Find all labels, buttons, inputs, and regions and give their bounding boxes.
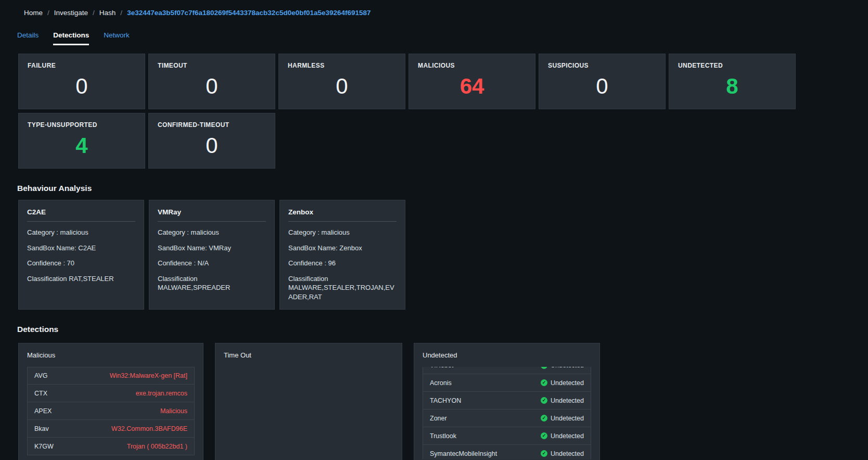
sandbox-name-line: SandBox Name: Zenbox [288, 244, 397, 253]
stat-value: 0 [158, 69, 266, 104]
undetected-table: VIRobot ✓ Undetected Acronis ✓ Undetecte… [423, 367, 591, 459]
detection-result: exe.trojan.remcos [136, 390, 187, 397]
table-row: Trustlook ✓ Undetected [423, 427, 591, 445]
engine-name: Bkav [34, 425, 49, 432]
sandbox-confidence: Confidence : 96 [288, 259, 397, 268]
undetected-scroll-area[interactable]: VIRobot ✓ Undetected Acronis ✓ Undetecte… [423, 367, 591, 459]
detections-grid: Malicious AVG Win32:MalwareX-gen [Rat] C… [18, 343, 868, 460]
stat-value: 0 [28, 69, 136, 104]
breadcrumb-separator: / [93, 9, 95, 17]
stat-card-confirmed-timeout: CONFIRMED-TIMEOUT 0 [148, 113, 275, 169]
undetected-column-title: Undetected [423, 351, 591, 359]
stat-card-suspicious: SUSPICIOUS 0 [539, 54, 666, 109]
detection-status: ✓ Undetected [541, 415, 584, 422]
table-row: Acronis ✓ Undetected [423, 374, 591, 392]
tab-bar: Details Detections Network [17, 31, 868, 45]
stat-value: 0 [158, 129, 266, 163]
timeout-column-title: Time Out [224, 351, 393, 359]
engine-name: Acronis [430, 379, 452, 387]
stat-value: 0 [548, 69, 656, 104]
stat-label: TIMEOUT [158, 62, 266, 69]
sandbox-name: Zenbox [288, 208, 397, 222]
check-circle-icon: ✓ [541, 432, 547, 439]
behaviour-card-c2ae: C2AE Category : malicious SandBox Name: … [18, 200, 144, 310]
malicious-column-title: Malicious [27, 351, 195, 359]
sandbox-category: Category : malicious [288, 228, 397, 237]
table-row: VIRobot ✓ Undetected [423, 367, 591, 374]
detection-status: ✓ Undetected [541, 379, 584, 387]
check-circle-icon: ✓ [541, 397, 547, 404]
sandbox-category: Category : malicious [27, 228, 135, 237]
breadcrumb-hash-value[interactable]: 3e32447ea3b5f07c7f6a180269f5443378acb32c… [127, 9, 371, 17]
stat-label: SUSPICIOUS [548, 62, 656, 69]
status-label: Undetected [551, 367, 584, 369]
table-row: SymantecMobileInsight ✓ Undetected [423, 445, 591, 459]
breadcrumb-investigate[interactable]: Investigate [54, 9, 88, 17]
detection-status: ✓ Undetected [541, 367, 584, 369]
engine-name: SymantecMobileInsight [430, 450, 497, 457]
stat-value: 8 [678, 69, 786, 104]
status-label: Undetected [551, 415, 584, 422]
engine-name: CTX [34, 390, 47, 397]
detection-result: Trojan ( 005b22bd1 ) [127, 443, 187, 450]
detections-undetected-card: Undetected VIRobot ✓ Undetected Acronis … [414, 343, 600, 460]
detections-timeout-card: Time Out [215, 343, 402, 460]
check-circle-icon: ✓ [541, 379, 547, 386]
timeout-scroll-area [224, 367, 393, 459]
table-row: TACHYON ✓ Undetected [423, 392, 591, 410]
status-label: Undetected [551, 450, 584, 457]
sandbox-classification: Classification MALWARE,SPREADER [158, 274, 266, 292]
detections-malicious-card: Malicious AVG Win32:MalwareX-gen [Rat] C… [18, 343, 203, 460]
stat-card-timeout: TIMEOUT 0 [148, 54, 275, 109]
stat-value: 0 [288, 69, 396, 104]
check-circle-icon: ✓ [541, 367, 547, 369]
sandbox-name-line: SandBox Name: C2AE [27, 244, 135, 253]
detection-result: Win32:MalwareX-gen [Rat] [110, 372, 187, 379]
stat-label: TYPE-UNSUPPORTED [28, 121, 136, 129]
stat-value: 4 [28, 129, 136, 163]
verdict-stats-grid: FAILURE 0 TIMEOUT 0 HARMLESS 0 MALICIOUS… [18, 54, 797, 169]
stat-card-undetected: UNDETECTED 8 [669, 54, 796, 109]
stat-card-malicious: MALICIOUS 64 [409, 54, 535, 109]
tab-detections[interactable]: Detections [53, 31, 89, 45]
tab-network[interactable]: Network [104, 31, 130, 45]
stat-value: 64 [418, 69, 526, 104]
breadcrumb-hash-section[interactable]: Hash [99, 9, 116, 17]
breadcrumb-separator: / [47, 9, 49, 17]
detection-result: Malicious [160, 407, 187, 415]
detection-result: W32.Common.3BAFD96E [111, 425, 187, 432]
table-row: APEX Malicious [27, 402, 195, 420]
malicious-scroll-area[interactable]: AVG Win32:MalwareX-gen [Rat] CTX exe.tro… [27, 367, 195, 459]
engine-name: APEX [34, 407, 52, 415]
sandbox-name: C2AE [27, 208, 135, 222]
sandbox-category: Category : malicious [158, 228, 266, 237]
stat-card-type-unsupported: TYPE-UNSUPPORTED 4 [18, 113, 145, 169]
sandbox-classification: Classification RAT,STEALER [27, 274, 135, 284]
table-row: AVG Win32:MalwareX-gen [Rat] [27, 367, 195, 385]
sandbox-name: VMRay [158, 208, 266, 222]
detection-status: ✓ Undetected [541, 450, 584, 457]
engine-name: VIRobot [430, 367, 453, 369]
engine-name: Trustlook [430, 432, 456, 440]
behaviour-card-vmray: VMRay Category : malicious SandBox Name:… [149, 200, 275, 310]
stat-label: CONFIRMED-TIMEOUT [158, 121, 266, 129]
engine-name: K7GW [34, 443, 54, 450]
table-row: Zoner ✓ Undetected [423, 410, 591, 427]
stat-card-harmless: HARMLESS 0 [278, 54, 405, 109]
tab-details[interactable]: Details [17, 31, 39, 45]
engine-name: AVG [34, 372, 47, 379]
sandbox-name-line: SandBox Name: VMRay [158, 244, 266, 253]
stat-label: FAILURE [28, 62, 136, 69]
status-label: Undetected [551, 379, 584, 387]
status-label: Undetected [551, 432, 584, 440]
status-label: Undetected [551, 397, 584, 404]
stat-label: UNDETECTED [678, 62, 786, 69]
breadcrumb-home[interactable]: Home [24, 9, 43, 17]
detections-heading: Detections [17, 325, 868, 334]
sandbox-classification: Classification MALWARE,STEALER,TROJAN,EV… [288, 274, 397, 302]
behaviour-card-zenbox: Zenbox Category : malicious SandBox Name… [279, 200, 405, 310]
stat-card-failure: FAILURE 0 [18, 54, 145, 109]
check-circle-icon: ✓ [541, 415, 547, 421]
sandbox-confidence: Confidence : N/A [158, 259, 266, 268]
breadcrumb: Home / Investigate / Hash / 3e32447ea3b5… [0, 0, 868, 17]
